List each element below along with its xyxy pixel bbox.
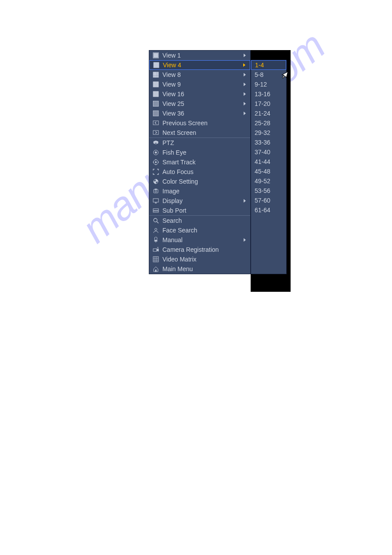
submenu-arrow-icon — [244, 92, 246, 96]
menu-item-label: Camera Registration — [162, 246, 247, 253]
manual-icon — [153, 237, 159, 243]
submenu-item-label: 29-32 — [255, 129, 270, 136]
menu-item-view-1[interactable]: View 1 — [149, 51, 250, 60]
menu-item-view-4[interactable]: View 4 — [149, 60, 250, 70]
menu-item-image[interactable]: Image — [149, 186, 250, 196]
submenu-arrow-icon — [243, 63, 245, 67]
menu-item-label: View 9 — [162, 81, 240, 88]
submenu-item-label: 25-28 — [255, 120, 270, 127]
menu-item-search[interactable]: Search — [149, 216, 250, 225]
submenu-item-1-4[interactable]: 1-4 — [251, 60, 286, 70]
menu-item-label: Video Matrix — [162, 256, 247, 263]
menu-item-display[interactable]: Display — [149, 196, 250, 206]
menu-section: SearchFace SearchManualCamera Registrati… — [149, 216, 250, 274]
menu-item-label: Next Screen — [162, 129, 247, 136]
menu-item-label: Manual — [162, 236, 240, 243]
main-menu-icon — [153, 266, 159, 272]
menu-item-label: View 16 — [162, 91, 240, 98]
search-icon — [153, 218, 159, 224]
submenu-item-label: 21-24 — [255, 110, 270, 117]
display-icon — [153, 198, 159, 204]
submenu-item-41-44[interactable]: 41-44 — [251, 157, 286, 167]
submenu-item-label: 49-52 — [255, 178, 270, 185]
next-screen-icon — [153, 130, 159, 136]
menu-item-camera-registration[interactable]: Camera Registration — [149, 245, 250, 254]
menu-item-video-matrix[interactable]: Video Matrix — [149, 254, 250, 264]
submenu-item-9-12[interactable]: 9-12 — [251, 80, 286, 89]
menu-item-view-25[interactable]: View 25 — [149, 99, 250, 109]
fisheye-icon — [153, 149, 159, 156]
menu-item-label: Face Search — [162, 227, 247, 234]
submenu-item-53-56[interactable]: 53-56 — [251, 186, 286, 196]
menu-item-main-menu[interactable]: Main Menu — [149, 264, 250, 274]
submenu-item-label: 45-48 — [255, 168, 270, 175]
color-setting-icon — [153, 178, 159, 185]
menu-item-face-search[interactable]: Face Search — [149, 225, 250, 235]
context-menu: View 1View 4View 8View 9View 16View 25Vi… — [149, 50, 251, 274]
menu-item-fish-eye[interactable]: Fish Eye — [149, 148, 250, 157]
submenu-item-21-24[interactable]: 21-24 — [251, 109, 286, 118]
view36-icon — [153, 110, 159, 116]
menu-item-label: Fish Eye — [162, 149, 247, 156]
auto-focus-icon — [153, 169, 159, 175]
submenu-item-label: 13-16 — [255, 91, 270, 98]
submenu-item-61-64[interactable]: 61-64 — [251, 205, 286, 215]
menu-item-view-8[interactable]: View 8 — [149, 70, 250, 80]
menu-item-ptz[interactable]: PTZ — [149, 138, 250, 148]
submenu-item-label: 9-12 — [255, 81, 267, 88]
ptz-icon — [153, 140, 159, 146]
view8-icon — [153, 72, 159, 78]
video-matrix-icon — [153, 256, 159, 262]
submenu-item-label: 5-8 — [255, 71, 263, 78]
menu-item-label: Auto Focus — [162, 168, 247, 175]
menu-item-label: View 8 — [162, 71, 240, 78]
submenu-item-label: 61-64 — [255, 207, 270, 214]
view4-icon — [153, 62, 159, 68]
submenu-item-29-32[interactable]: 29-32 — [251, 128, 286, 138]
menu-section: PTZFish EyeSmart TrackAuto FocusColor Se… — [149, 138, 250, 216]
menu-item-label: Display — [162, 197, 240, 204]
submenu-item-13-16[interactable]: 13-16 — [251, 89, 286, 99]
menu-item-smart-track[interactable]: Smart Track — [149, 157, 250, 167]
view16-icon — [153, 91, 159, 97]
smart-track-icon — [153, 159, 159, 165]
menu-item-view-36[interactable]: View 36 — [149, 109, 250, 118]
menu-item-label: View 4 — [163, 62, 240, 69]
submenu-arrow-icon — [244, 73, 246, 76]
submenu-arrow-icon — [244, 199, 246, 203]
submenu-item-33-36[interactable]: 33-36 — [251, 138, 286, 147]
submenu-item-label: 37-40 — [255, 149, 270, 156]
context-menu-container: View 1View 4View 8View 9View 16View 25Vi… — [149, 50, 287, 274]
submenu-item-label: 57-60 — [255, 197, 270, 204]
menu-item-view-16[interactable]: View 16 — [149, 89, 250, 99]
menu-item-manual[interactable]: Manual — [149, 235, 250, 245]
submenu-arrow-icon — [244, 238, 246, 242]
submenu-item-label: 33-36 — [255, 139, 270, 146]
submenu-item-label: 17-20 — [255, 100, 270, 107]
submenu-item-57-60[interactable]: 57-60 — [251, 196, 286, 205]
menu-item-sub-port[interactable]: Sub Port — [149, 206, 250, 215]
menu-section: View 1View 4View 8View 9View 16View 25Vi… — [149, 51, 250, 138]
submenu-item-49-52[interactable]: 49-52 — [251, 176, 286, 186]
submenu-item-45-48[interactable]: 45-48 — [251, 167, 286, 176]
submenu-item-label: 41-44 — [255, 158, 270, 165]
menu-item-label: Main Menu — [162, 265, 247, 272]
view9-icon — [153, 81, 159, 87]
submenu-item-17-20[interactable]: 17-20 — [251, 99, 286, 109]
submenu-arrow-icon — [244, 83, 246, 86]
menu-item-color-setting[interactable]: Color Setting — [149, 177, 250, 186]
menu-item-next-screen[interactable]: Next Screen — [149, 128, 250, 138]
menu-item-previous-screen[interactable]: Previous Screen — [149, 118, 250, 128]
menu-item-label: Image — [162, 188, 247, 195]
submenu-item-37-40[interactable]: 37-40 — [251, 147, 286, 157]
menu-item-label: Color Setting — [162, 178, 247, 185]
submenu-item-25-28[interactable]: 25-28 — [251, 118, 286, 128]
view1-icon — [153, 52, 159, 58]
image-icon — [153, 188, 159, 194]
submenu-item-label: 53-56 — [255, 187, 270, 194]
menu-item-auto-focus[interactable]: Auto Focus — [149, 167, 250, 177]
menu-item-label: Search — [162, 217, 247, 224]
menu-item-view-9[interactable]: View 9 — [149, 80, 250, 89]
camera-reg-icon — [153, 247, 159, 253]
menu-item-label: PTZ — [162, 139, 247, 146]
